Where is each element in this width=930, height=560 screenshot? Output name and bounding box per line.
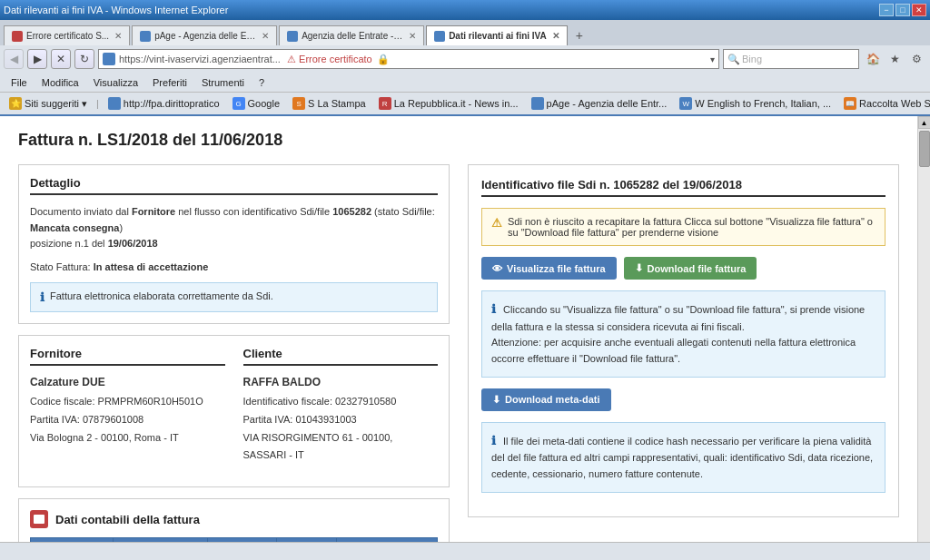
dati-contabili-title: Dati contabili della fattura (55, 513, 200, 526)
stato-sdi: Mancata consegna (30, 222, 119, 233)
cliente-idf-value: 02327910580 (335, 396, 396, 407)
visualizza-btn-label: Visualizza file fattura (507, 263, 606, 274)
download-file-button[interactable]: ⬇ Download file fattura (624, 257, 757, 280)
scroll-thumb[interactable] (919, 131, 930, 167)
navigation-bar: ◀ ▶ ✕ ↻ https://vint-ivaservizi.agenziae… (0, 45, 930, 73)
menu-preferiti[interactable]: Preferiti (149, 76, 191, 89)
bookmark-fpa[interactable]: http://fpa.dirittopratico (104, 96, 223, 111)
visualizza-file-button[interactable]: 👁 Visualizza file fattura (481, 257, 617, 280)
download-meta-button[interactable]: ⬇ Download meta-dati (481, 388, 611, 411)
action-buttons-row: 👁 Visualizza file fattura ⬇ Download fil… (481, 257, 885, 280)
menu-file[interactable]: File (7, 76, 31, 89)
tab-label-3: Agenzia delle Entrate - Home ... (302, 31, 403, 41)
bookmark-google[interactable]: G Google (229, 96, 283, 111)
two-entity: Fornitore Calzature DUE Codice fiscale: … (30, 347, 438, 465)
tab-close-4[interactable]: ✕ (552, 31, 559, 41)
fornitore-partita-iva: Partita IVA: 07879601008 (30, 411, 225, 429)
warning-icon: ⚠ (491, 216, 502, 230)
th-imposta: Imposta (208, 538, 277, 542)
bookmark-raccolta-label: Raccolta Web Slice (859, 98, 930, 109)
main-two-col: Dettaglio Documento inviato dal Fornitor… (18, 164, 899, 542)
scroll-up-button[interactable]: ▲ (918, 116, 931, 129)
fornitore-cf-value: PRMPRM60R10H501O (98, 396, 203, 407)
bookmark-page[interactable]: pAge - Agenzia delle Entr... (528, 96, 671, 111)
menu-modifica[interactable]: Modifica (38, 76, 83, 89)
browser-action-buttons: 🏠 ★ ⚙ (863, 49, 926, 69)
maximize-button[interactable]: □ (895, 4, 910, 16)
bookmarks-bar: ⭐ Siti suggeriti ▾ | http://fpa.dirittop… (0, 93, 930, 116)
bookmark-google-label: Google (248, 98, 280, 109)
stop-button[interactable]: ✕ (51, 49, 71, 69)
dettaglio-info-text: Fattura elettronica elaborata correttame… (50, 290, 273, 301)
minimize-button[interactable]: − (879, 4, 894, 16)
tab-3[interactable]: Agenzia delle Entrate - Home ... ✕ (279, 25, 424, 45)
stato-fattura-text: Stato Fattura: In attesa di accettazione (30, 260, 438, 276)
bookmark-repubblica-label: La Repubblica.it - News in... (394, 98, 519, 109)
info-icon-right: ℹ (491, 302, 496, 316)
cliente-piva-value: 01043931003 (295, 414, 356, 425)
scrollbar[interactable]: ▲ (917, 116, 930, 542)
address-cert-icon: 🔒 (377, 54, 390, 64)
refresh-button[interactable]: ↻ (74, 49, 94, 69)
home-button[interactable]: 🏠 (863, 49, 883, 69)
tab-close-3[interactable]: ✕ (409, 31, 416, 41)
bookmark-raccolta[interactable]: 📖 Raccolta Web Slice ▾ (840, 96, 930, 111)
bookmark-repubblica[interactable]: R La Repubblica.it - News in... (375, 96, 522, 111)
tab-2[interactable]: pAge - Agenzia delle Entrate H... ✕ (132, 25, 277, 45)
menu-bar: File Modifica Visualizza Preferiti Strum… (0, 73, 930, 93)
download-icon: ⬇ (635, 262, 643, 274)
tab-4[interactable]: Dati rilevanti ai fini IVA ✕ (426, 25, 568, 45)
dati-icon-inner (34, 515, 45, 524)
cliente-id-fiscale: Identificativo fiscale: 02327910580 (243, 393, 439, 411)
left-column: Dettaglio Documento inviato dal Fornitor… (18, 164, 450, 542)
tab-1[interactable]: Errore certificato S... ✕ (4, 25, 130, 45)
search-engine-icon: 🔍 (727, 54, 740, 65)
title-bar-text: Dati rilevanti ai fini IVA - Windows Int… (4, 5, 228, 15)
file-id: 1065282 (332, 206, 371, 217)
address-bar[interactable]: https://vint-ivaservizi.agenziaentrat...… (98, 49, 719, 69)
dettaglio-section: Dettaglio Documento inviato dal Fornitor… (18, 164, 450, 324)
right-column: Identificativo file Sdi n. 1065282 del 1… (468, 164, 899, 542)
back-button[interactable]: ◀ (4, 49, 24, 69)
cliente-partita-iva: Partita IVA: 01043931003 (243, 411, 439, 429)
close-button[interactable]: ✕ (912, 4, 926, 16)
search-placeholder: Bing (742, 54, 762, 64)
tab-favicon-3 (287, 31, 298, 42)
address-dropdown-icon[interactable]: ▾ (710, 54, 715, 64)
tab-label-4: Dati rilevanti ai fini IVA (449, 31, 547, 41)
bookmark-siti-suggeriti[interactable]: ⭐ Siti suggeriti ▾ (5, 96, 91, 111)
meta-info-box: ℹ Il file dei meta-dati contiene il codi… (481, 422, 885, 493)
menu-strumenti[interactable]: Strumenti (198, 76, 248, 89)
content-with-scrollbar: Fattura n. LS1/2018 del 11/06/2018 Detta… (0, 116, 930, 542)
tools-button[interactable]: ⚙ (906, 49, 926, 69)
new-tab-button[interactable]: + (569, 25, 589, 45)
tab-close-2[interactable]: ✕ (262, 31, 269, 41)
download-btn-label: Download file fattura (648, 263, 747, 274)
bookmark-page-icon (531, 97, 544, 110)
menu-help[interactable]: ? (255, 76, 268, 89)
dati-contabili-section: Dati contabili della fattura Imponibile … (18, 498, 450, 542)
cliente-name: RAFFA BALDO (243, 373, 439, 393)
cliente-text: RAFFA BALDO Identificativo fiscale: 0232… (243, 373, 439, 465)
cliente-address: VIA RISORGIMENTO 61 - 00100, SASSARI - I… (243, 429, 439, 466)
tab-favicon-2 (140, 31, 151, 42)
right-section-title: Identificativo file Sdi n. 1065282 del 1… (481, 178, 885, 197)
menu-visualizza[interactable]: Visualizza (90, 76, 142, 89)
bookmark-siti-dropdown: ▾ (82, 98, 87, 110)
tab-label-1: Errore certificato S... (26, 31, 109, 41)
forward-button[interactable]: ▶ (27, 49, 47, 69)
bookmark-stampa[interactable]: S S La Stampa (289, 96, 370, 111)
tab-close-1[interactable]: ✕ (114, 31, 122, 41)
fornitore-address: Via Bologna 2 - 00100, Roma - IT (30, 429, 225, 447)
page-title: Fattura n. LS1/2018 del 11/06/2018 (18, 131, 899, 150)
th-imponibile: Imponibile (31, 538, 114, 542)
tab-favicon-4 (434, 31, 445, 42)
bookmark-fpa-label: http://fpa.dirittopratico (124, 98, 220, 109)
cliente-title: Cliente (243, 347, 439, 366)
search-bar[interactable]: 🔍 Bing (723, 49, 859, 69)
favorites-button[interactable]: ★ (885, 49, 905, 69)
address-favicon (103, 53, 115, 65)
bookmark-english[interactable]: W W English to French, Italian, ... (676, 96, 835, 111)
meta-info-icon: ℹ (491, 434, 496, 447)
bookmark-page-label: pAge - Agenzia delle Entr... (547, 98, 668, 109)
